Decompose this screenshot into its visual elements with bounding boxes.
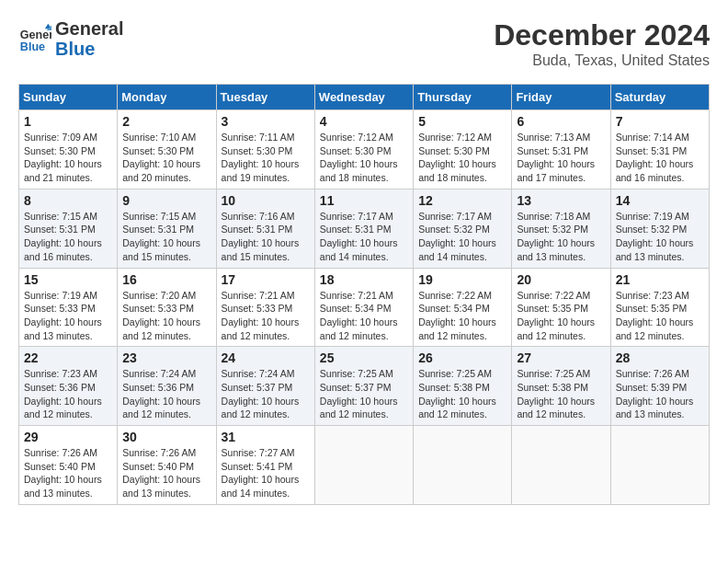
day-number: 29: [24, 430, 112, 444]
calendar-cell: 8Sunrise: 7:15 AM Sunset: 5:31 PM Daylig…: [19, 189, 118, 268]
day-info: Sunrise: 7:21 AM Sunset: 5:34 PM Dayligh…: [320, 289, 408, 343]
day-info: Sunrise: 7:19 AM Sunset: 5:32 PM Dayligh…: [616, 210, 704, 264]
day-number: 16: [122, 272, 210, 287]
day-number: 27: [517, 350, 605, 365]
calendar-cell: 5Sunrise: 7:12 AM Sunset: 5:30 PM Daylig…: [414, 110, 512, 190]
calendar-cell: 23Sunrise: 7:24 AM Sunset: 5:36 PM Dayli…: [118, 347, 216, 426]
day-number: 14: [616, 193, 704, 208]
day-info: Sunrise: 7:10 AM Sunset: 5:30 PM Dayligh…: [122, 131, 210, 185]
day-number: 25: [320, 350, 408, 365]
calendar-cell: 25Sunrise: 7:25 AM Sunset: 5:37 PM Dayli…: [314, 347, 413, 426]
day-info: Sunrise: 7:12 AM Sunset: 5:30 PM Dayligh…: [418, 131, 506, 185]
calendar-cell: [314, 426, 413, 505]
weekday-header-monday: Monday: [118, 85, 216, 110]
day-info: Sunrise: 7:23 AM Sunset: 5:35 PM Dayligh…: [616, 289, 704, 343]
calendar-cell: 20Sunrise: 7:22 AM Sunset: 5:35 PM Dayli…: [512, 268, 610, 347]
calendar-cell: 17Sunrise: 7:21 AM Sunset: 5:33 PM Dayli…: [216, 268, 314, 347]
calendar-cell: 30Sunrise: 7:26 AM Sunset: 5:40 PM Dayli…: [118, 426, 216, 505]
calendar-cell: 18Sunrise: 7:21 AM Sunset: 5:34 PM Dayli…: [314, 268, 413, 347]
calendar-week-1: 1Sunrise: 7:09 AM Sunset: 5:30 PM Daylig…: [19, 110, 710, 190]
day-number: 31: [222, 430, 310, 444]
day-info: Sunrise: 7:14 AM Sunset: 5:31 PM Dayligh…: [616, 131, 704, 185]
day-number: 12: [418, 193, 506, 208]
page-header: General Blue General Blue December 2024 …: [18, 18, 710, 69]
weekday-header-sunday: Sunday: [19, 85, 118, 110]
day-info: Sunrise: 7:18 AM Sunset: 5:32 PM Dayligh…: [517, 210, 605, 264]
calendar-cell: 26Sunrise: 7:25 AM Sunset: 5:38 PM Dayli…: [414, 347, 512, 426]
calendar-cell: 1Sunrise: 7:09 AM Sunset: 5:30 PM Daylig…: [19, 110, 118, 190]
day-number: 4: [320, 114, 408, 129]
calendar-cell: 15Sunrise: 7:19 AM Sunset: 5:33 PM Dayli…: [19, 268, 118, 347]
calendar-cell: 13Sunrise: 7:18 AM Sunset: 5:32 PM Dayli…: [512, 189, 610, 268]
calendar-cell: [512, 426, 610, 505]
day-number: 18: [320, 272, 408, 287]
day-number: 10: [222, 193, 310, 208]
logo-blue: Blue: [55, 39, 123, 59]
month-title: December 2024: [494, 18, 710, 52]
calendar-cell: 9Sunrise: 7:15 AM Sunset: 5:31 PM Daylig…: [118, 189, 216, 268]
calendar-cell: 6Sunrise: 7:13 AM Sunset: 5:31 PM Daylig…: [512, 110, 610, 190]
day-number: 1: [24, 114, 112, 129]
day-number: 24: [222, 350, 310, 365]
day-number: 13: [517, 193, 605, 208]
day-number: 20: [517, 272, 605, 287]
day-number: 19: [418, 272, 506, 287]
day-info: Sunrise: 7:25 AM Sunset: 5:37 PM Dayligh…: [320, 367, 408, 421]
day-info: Sunrise: 7:09 AM Sunset: 5:30 PM Dayligh…: [24, 131, 112, 185]
day-info: Sunrise: 7:15 AM Sunset: 5:31 PM Dayligh…: [122, 210, 210, 264]
day-number: 5: [418, 114, 506, 129]
location-title: Buda, Texas, United States: [494, 52, 710, 69]
calendar-week-5: 29Sunrise: 7:26 AM Sunset: 5:40 PM Dayli…: [19, 426, 710, 505]
calendar-cell: 28Sunrise: 7:26 AM Sunset: 5:39 PM Dayli…: [610, 347, 709, 426]
logo-general: General: [55, 18, 123, 39]
calendar-cell: 16Sunrise: 7:20 AM Sunset: 5:33 PM Dayli…: [118, 268, 216, 347]
calendar-cell: 11Sunrise: 7:17 AM Sunset: 5:31 PM Dayli…: [314, 189, 413, 268]
weekday-header-tuesday: Tuesday: [216, 85, 314, 110]
calendar-cell: 2Sunrise: 7:10 AM Sunset: 5:30 PM Daylig…: [118, 110, 216, 190]
day-info: Sunrise: 7:22 AM Sunset: 5:34 PM Dayligh…: [418, 289, 506, 343]
day-info: Sunrise: 7:13 AM Sunset: 5:31 PM Dayligh…: [517, 131, 605, 185]
calendar-week-4: 22Sunrise: 7:23 AM Sunset: 5:36 PM Dayli…: [19, 347, 710, 426]
day-info: Sunrise: 7:24 AM Sunset: 5:36 PM Dayligh…: [122, 367, 210, 421]
day-info: Sunrise: 7:26 AM Sunset: 5:40 PM Dayligh…: [122, 446, 210, 500]
day-info: Sunrise: 7:11 AM Sunset: 5:30 PM Dayligh…: [222, 131, 310, 185]
calendar-cell: [414, 426, 512, 505]
svg-text:Blue: Blue: [20, 40, 45, 53]
day-info: Sunrise: 7:23 AM Sunset: 5:36 PM Dayligh…: [24, 367, 112, 421]
day-info: Sunrise: 7:17 AM Sunset: 5:32 PM Dayligh…: [418, 210, 506, 264]
calendar-cell: 19Sunrise: 7:22 AM Sunset: 5:34 PM Dayli…: [414, 268, 512, 347]
day-info: Sunrise: 7:25 AM Sunset: 5:38 PM Dayligh…: [517, 367, 605, 421]
calendar-cell: 14Sunrise: 7:19 AM Sunset: 5:32 PM Dayli…: [610, 189, 709, 268]
day-number: 15: [24, 272, 112, 287]
day-number: 9: [122, 193, 210, 208]
day-info: Sunrise: 7:24 AM Sunset: 5:37 PM Dayligh…: [222, 367, 310, 421]
calendar-cell: 24Sunrise: 7:24 AM Sunset: 5:37 PM Dayli…: [216, 347, 314, 426]
weekday-header-thursday: Thursday: [414, 85, 512, 110]
day-number: 6: [517, 114, 605, 129]
day-number: 30: [122, 430, 210, 444]
day-number: 8: [24, 193, 112, 208]
day-number: 26: [418, 350, 506, 365]
weekday-header-wednesday: Wednesday: [314, 85, 413, 110]
calendar-cell: 10Sunrise: 7:16 AM Sunset: 5:31 PM Dayli…: [216, 189, 314, 268]
calendar-cell: 7Sunrise: 7:14 AM Sunset: 5:31 PM Daylig…: [610, 110, 709, 190]
title-area: December 2024 Buda, Texas, United States: [494, 18, 710, 69]
day-number: 7: [616, 114, 704, 129]
calendar-cell: 3Sunrise: 7:11 AM Sunset: 5:30 PM Daylig…: [216, 110, 314, 190]
day-number: 2: [122, 114, 210, 129]
day-number: 17: [222, 272, 310, 287]
day-number: 3: [222, 114, 310, 129]
logo-icon: General Blue: [18, 22, 51, 55]
calendar-cell: 12Sunrise: 7:17 AM Sunset: 5:32 PM Dayli…: [414, 189, 512, 268]
day-number: 23: [122, 350, 210, 365]
day-info: Sunrise: 7:16 AM Sunset: 5:31 PM Dayligh…: [222, 210, 310, 264]
day-number: 21: [616, 272, 704, 287]
weekday-header-friday: Friday: [512, 85, 610, 110]
calendar-week-2: 8Sunrise: 7:15 AM Sunset: 5:31 PM Daylig…: [19, 189, 710, 268]
day-info: Sunrise: 7:15 AM Sunset: 5:31 PM Dayligh…: [24, 210, 112, 264]
day-info: Sunrise: 7:26 AM Sunset: 5:39 PM Dayligh…: [616, 367, 704, 421]
day-number: 28: [616, 350, 704, 365]
calendar-cell: 4Sunrise: 7:12 AM Sunset: 5:30 PM Daylig…: [314, 110, 413, 190]
logo: General Blue General Blue: [18, 18, 123, 59]
calendar-week-3: 15Sunrise: 7:19 AM Sunset: 5:33 PM Dayli…: [19, 268, 710, 347]
